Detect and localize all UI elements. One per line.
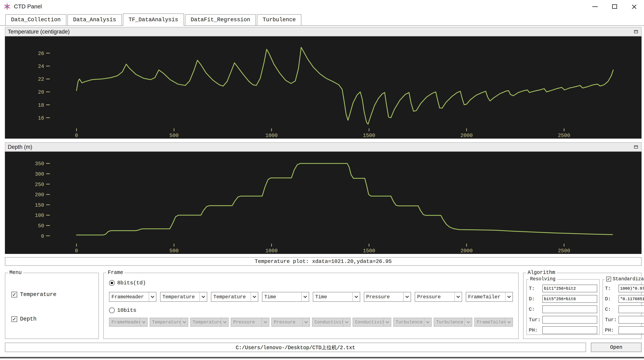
control-groups: Menu Temperature Depth Frame 8bits(td) (5, 273, 642, 339)
svg-text:1000: 1000 (266, 248, 278, 254)
combo-value: Pressure (417, 294, 441, 300)
svg-text:500: 500 (170, 248, 179, 254)
combo-8bits-1[interactable]: Temperature (160, 292, 208, 302)
standardization-t-label: T: (605, 286, 617, 291)
resolving-tur-input[interactable] (542, 316, 597, 324)
standardization-c-row: C: (605, 305, 644, 313)
titlebar: CTD Panel × (0, 0, 644, 13)
svg-text:1500: 1500 (363, 133, 375, 139)
tab-data-collection[interactable]: Data_Collection (5, 14, 66, 26)
combo-value: Turbulence (436, 320, 463, 325)
combo-8bits-4[interactable]: Time (313, 292, 360, 302)
resolving-d-input[interactable] (542, 295, 597, 303)
combo-8bits-7[interactable]: FrameTailer (466, 292, 513, 302)
combo-8bits-2[interactable]: Temperature (211, 292, 258, 302)
combo-10bits-3[interactable]: Pressure (231, 318, 269, 327)
svg-text:20: 20 (38, 89, 44, 95)
standardization-tur-row: Tur: (605, 316, 644, 324)
menu-group-title: Menu (8, 270, 23, 276)
depth-checkbox[interactable] (12, 316, 17, 322)
temperature-checkbox-label: Temperature (20, 291, 56, 298)
temperature-checkbox[interactable] (12, 292, 17, 297)
dock-depth-title: Depth (m) (8, 144, 32, 150)
close-button[interactable]: × (624, 0, 644, 13)
maximize-button[interactable] (605, 0, 624, 13)
dock-depth-header: Depth (m) (5, 142, 642, 152)
combo-10bits-0[interactable]: FrameHeader (109, 318, 148, 327)
svg-text:26: 26 (38, 51, 44, 57)
temperature-chart[interactable]: 16182022242605001000150020002500 (5, 36, 642, 139)
window-controls: × (585, 0, 644, 13)
resolving-groupbox: Resolving T: D: C: Tur: (526, 279, 600, 335)
chevron-down-icon (221, 318, 228, 326)
dock-temperature: Temperature (centigrade) 161820222426050… (5, 27, 642, 139)
standardization-groupbox: Standardization T: D: C: (602, 279, 644, 335)
minimize-button[interactable] (585, 0, 605, 13)
svg-text:22: 22 (38, 76, 44, 82)
standardization-t-input[interactable] (618, 285, 644, 292)
depth-chart[interactable]: 0501001502002503003500500100015002000250… (5, 152, 642, 254)
open-button[interactable]: Open (591, 343, 642, 352)
standardization-checkbox[interactable] (606, 277, 611, 281)
chevron-down-icon (343, 318, 350, 326)
plot-status-text: Temperature plot: xdata=1021.20,ydata=26… (255, 258, 392, 265)
combo-row-8bits: FrameHeader Temperature Temperature Time (109, 292, 513, 302)
tab-tf-dataanalysis[interactable]: TF_DataAnalysis (123, 14, 184, 26)
chevron-down-icon (505, 292, 512, 301)
combo-value: Temperature (193, 320, 221, 325)
combo-10bits-1[interactable]: Temperature (150, 318, 188, 327)
float-window-icon[interactable] (634, 145, 639, 149)
app-icon (4, 3, 10, 10)
combo-8bits-5[interactable]: Pressure (364, 292, 411, 302)
combo-value: Time (264, 294, 276, 300)
standardization-ph-row: PH: (605, 326, 644, 334)
svg-text:0: 0 (75, 248, 78, 254)
combo-10bits-2[interactable]: Temperature (190, 318, 229, 327)
maximize-icon (612, 4, 617, 9)
combo-10bits-9[interactable]: FrameTailer (474, 318, 513, 327)
tab-turbulence[interactable]: Turbulence (257, 14, 302, 26)
svg-text:0: 0 (75, 133, 78, 139)
combo-10bits-7[interactable]: Turbulence (393, 318, 432, 327)
resolving-t-row: T: (529, 285, 597, 292)
main-area: Temperature (centigrade) 161820222426050… (0, 26, 644, 352)
combo-10bits-8[interactable]: Turbulence (434, 318, 472, 327)
standardization-d-input[interactable] (618, 295, 644, 303)
chevron-down-icon (403, 292, 410, 301)
combo-value: Pressure (366, 294, 390, 300)
chevron-down-icon (352, 292, 360, 301)
combo-value: FrameHeader (112, 320, 140, 325)
standardization-tur-label: Tur: (605, 317, 617, 323)
dock-depth: Depth (m) 050100150200250300350050010001… (5, 142, 642, 254)
float-window-icon[interactable] (634, 30, 639, 34)
standardization-c-input[interactable] (618, 305, 644, 313)
standardization-tur-input[interactable] (618, 316, 644, 324)
combo-value: Turbulence (396, 320, 423, 325)
chevron-down-icon (424, 318, 431, 326)
radio-10bits[interactable] (109, 307, 115, 313)
svg-text:16: 16 (38, 115, 44, 121)
file-path-input[interactable] (5, 343, 586, 352)
resolving-t-input[interactable] (542, 285, 597, 292)
combo-8bits-3[interactable]: Time (262, 292, 309, 302)
chevron-down-icon (262, 318, 269, 326)
tab-datafit-regression[interactable]: DataFit_Regression (185, 14, 256, 26)
resolving-t-label: T: (529, 286, 541, 291)
radio-8bits[interactable] (109, 280, 115, 286)
resolving-c-input[interactable] (542, 305, 597, 313)
tab-data-analysis[interactable]: Data_Analysis (68, 14, 122, 26)
combo-10bits-6[interactable]: Conductivity (353, 318, 391, 327)
combo-8bits-6[interactable]: Pressure (415, 292, 462, 302)
radio-10bits-label: 10bits (117, 307, 136, 313)
resolving-ph-input[interactable] (542, 326, 597, 334)
radio-8bits-label: 8bits(td) (117, 280, 146, 286)
resolving-d-label: D: (529, 296, 541, 302)
combo-10bits-4[interactable]: Pressure (271, 318, 310, 327)
standardization-t-row: T: (605, 285, 644, 292)
svg-text:18: 18 (38, 102, 44, 108)
chevron-down-icon (180, 318, 188, 326)
svg-text:50: 50 (38, 223, 44, 229)
combo-10bits-5[interactable]: Conductivity (312, 318, 350, 327)
combo-8bits-0[interactable]: FrameHeader (109, 292, 156, 302)
standardization-ph-input[interactable] (618, 326, 644, 334)
